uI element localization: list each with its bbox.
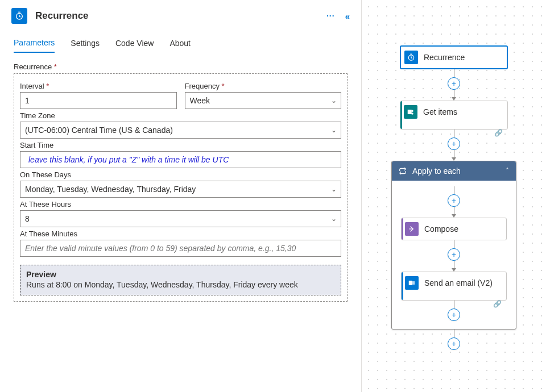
loop-icon xyxy=(399,167,407,175)
recurrence-icon xyxy=(11,8,27,24)
add-step-button[interactable]: + xyxy=(448,77,460,90)
tab-settings[interactable]: Settings xyxy=(71,34,100,52)
preview-title: Preview xyxy=(26,270,335,279)
link-icon: 🔗 xyxy=(494,129,503,137)
label-days: On These Days xyxy=(20,170,341,179)
add-step-button[interactable]: + xyxy=(448,194,460,207)
node-apply-to-each: Apply to each ˄ + Co xyxy=(391,161,516,330)
tab-parameters[interactable]: Parameters xyxy=(14,34,55,53)
tab-about[interactable]: About xyxy=(169,34,191,52)
svg-point-3 xyxy=(411,110,413,112)
add-step-button[interactable]: + xyxy=(448,337,460,350)
add-step-button[interactable]: + xyxy=(448,248,460,261)
group-body: + Compose + xyxy=(392,181,516,329)
panel-header: Recurrence ··· « xyxy=(0,0,361,32)
connector: + xyxy=(448,130,460,161)
recurrence-icon xyxy=(404,51,418,64)
preview-text: Runs at 8:00 on Monday, Tuesday, Wednesd… xyxy=(26,280,335,289)
accent-bar xyxy=(400,101,402,129)
connector: + xyxy=(448,330,460,350)
node-label: Recurrence xyxy=(424,53,501,62)
svg-rect-2 xyxy=(408,110,412,114)
app-root: Recurrence ··· « Parameters Settings Cod… xyxy=(0,0,546,392)
collapse-panel-button[interactable]: « xyxy=(345,11,350,21)
label-timezone: Time Zone xyxy=(20,111,341,120)
compose-icon xyxy=(405,222,419,236)
sharepoint-icon xyxy=(404,105,417,119)
connector: + xyxy=(448,69,460,101)
accent-bar xyxy=(402,272,403,300)
label-start-time: Start Time xyxy=(20,141,341,149)
connector: + xyxy=(448,301,460,321)
action-config-panel: Recurrence ··· « Parameters Settings Cod… xyxy=(0,0,362,392)
node-label: Get items xyxy=(423,107,502,116)
label-hours: At These Hours xyxy=(20,200,341,208)
days-select[interactable] xyxy=(20,181,341,198)
node-label: Compose xyxy=(424,224,500,233)
accent-bar xyxy=(402,218,403,240)
form-area: Recurrence Interval Frequency ⌄ xyxy=(0,55,361,310)
chevron-up-icon: ˄ xyxy=(506,167,509,175)
connector: + xyxy=(448,240,460,272)
header-actions: ··· « xyxy=(326,11,350,21)
svg-point-4 xyxy=(411,112,413,115)
interval-input[interactable] xyxy=(20,92,177,109)
node-compose[interactable]: Compose xyxy=(401,218,507,240)
flow-canvas[interactable]: Recurrence + Get items 🔗 + xyxy=(362,0,546,392)
node-send-email[interactable]: Send an email (V2) 🔗 xyxy=(401,272,507,301)
group-header[interactable]: Apply to each ˄ xyxy=(392,161,516,181)
add-step-button[interactable]: + xyxy=(448,308,460,321)
svg-rect-6 xyxy=(412,281,415,285)
label-frequency: Frequency xyxy=(185,82,342,90)
group-title: Apply to each xyxy=(412,166,500,176)
hours-select[interactable] xyxy=(20,210,341,227)
preview-box: Preview Runs at 8:00 on Monday, Tuesday,… xyxy=(20,265,341,295)
link-icon: 🔗 xyxy=(493,300,502,308)
connector: + xyxy=(448,186,460,218)
node-recurrence[interactable]: Recurrence xyxy=(400,45,508,69)
node-get-items[interactable]: Get items 🔗 xyxy=(400,101,508,130)
flow-column: Recurrence + Get items 🔗 + xyxy=(397,45,511,350)
panel-title: Recurrence xyxy=(35,10,318,22)
tab-code-view[interactable]: Code View xyxy=(115,34,154,52)
minutes-input[interactable] xyxy=(20,240,341,257)
label-minutes: At These Minutes xyxy=(20,230,341,238)
start-time-note: leave this blank, if you put a "Z" with … xyxy=(28,155,229,164)
more-menu-button[interactable]: ··· xyxy=(326,11,335,20)
add-step-button[interactable]: + xyxy=(448,137,460,150)
section-label-recurrence: Recurrence xyxy=(14,62,348,71)
recurrence-fieldset: Interval Frequency ⌄ Time Zone xyxy=(14,73,348,302)
node-label: Send an email (V2) xyxy=(424,278,500,287)
start-time-input[interactable]: leave this blank, if you put a "Z" with … xyxy=(20,151,341,168)
frequency-select[interactable] xyxy=(185,92,342,109)
tabs: Parameters Settings Code View About xyxy=(0,32,361,55)
timezone-select[interactable] xyxy=(20,122,341,139)
label-interval: Interval xyxy=(20,82,177,90)
outlook-icon xyxy=(405,276,419,290)
svg-rect-5 xyxy=(409,281,412,285)
